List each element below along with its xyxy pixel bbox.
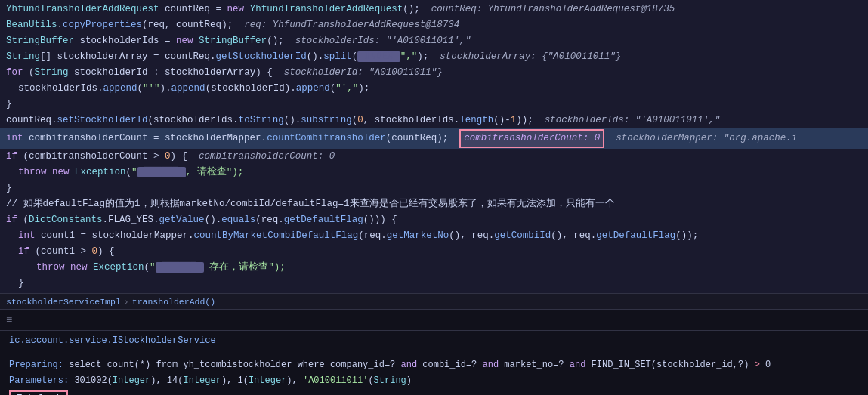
- code-text: if (count1 > 0) {: [18, 245, 115, 259]
- breadcrumb-class: stockholderServiceImpl: [6, 297, 121, 307]
- panel-divider[interactable]: ≡: [0, 310, 868, 331]
- code-text: }: [6, 181, 12, 196]
- code-text: countReq.setStockholderId(stockholderIds…: [6, 113, 720, 128]
- preparing-log: Preparing: select count(*) from yh_tcomb…: [9, 358, 859, 372]
- debug-output-content: ic.account.service.IStockholderService P…: [0, 331, 868, 395]
- code-line-18: }: [0, 276, 868, 292]
- breadcrumb: stockholderServiceImpl › transholderAdd(…: [0, 293, 868, 310]
- code-line-14: if (DictConstants.FLAG_YES.getValue().eq…: [0, 212, 868, 228]
- code-editor: YhfundTransholderAddRequest countReq = n…: [0, 0, 868, 293]
- code-text: YhfundTransholderAddRequest countReq = n…: [6, 2, 675, 17]
- code-text: StringBuffer stockholderIds = new String…: [6, 34, 471, 48]
- code-text: int combitransholderCount = stockholderM…: [6, 129, 797, 148]
- code-text: String[] stockholderArray = countReq.get…: [6, 50, 621, 64]
- total-line: Total: 1: [9, 390, 859, 395]
- code-line-10: if (combitransholderCount > 0) { combitr…: [0, 149, 868, 165]
- code-line-16: if (count1 > 0) {: [0, 244, 868, 260]
- code-text: }: [6, 97, 12, 112]
- code-line-5: for (String stockholderId : stockholderA…: [0, 65, 868, 81]
- code-text: if (DictConstants.FLAG_YES.getValue().eq…: [6, 213, 397, 227]
- code-line-6: stockholderIds.append("'").append(stockh…: [0, 81, 868, 97]
- debug-output-panel: ic.account.service.IStockholderService P…: [0, 331, 868, 395]
- code-text: BeanUtils.copyProperties(req, countReq);…: [6, 18, 459, 32]
- code-line-9: int combitransholderCount = stockholderM…: [0, 128, 868, 149]
- code-line-17: throw new Exception(" ██████ 存在，请检查");: [0, 260, 868, 276]
- parameters-log: Parameters: 301002(Integer), 14(Integer)…: [9, 374, 859, 387]
- code-text: stockholderIds.append("'").append(stockh…: [18, 82, 369, 96]
- code-line-11: throw new Exception(" ██████ , 请检查");: [0, 165, 868, 181]
- code-line-15: int count1 = stockholderMapper.countByMa…: [0, 228, 868, 244]
- code-line-8: countReq.setStockholderId(stockholderIds…: [0, 113, 868, 128]
- code-line-4: String[] stockholderArray = countReq.get…: [0, 49, 868, 65]
- code-text: }: [18, 276, 24, 291]
- service-label: ic.account.service.IStockholderService: [9, 335, 859, 346]
- code-line-12: }: [0, 181, 868, 196]
- code-text: if (combitransholderCount > 0) { combitr…: [6, 150, 335, 164]
- drag-handle-icon: ≡: [6, 314, 12, 326]
- breadcrumb-separator: ›: [124, 297, 129, 307]
- code-text comment: // 如果defaultFlag的值为1，则根据marketNo/combiId…: [6, 197, 615, 211]
- code-text: for (String stockholderId : stockholderA…: [6, 66, 443, 80]
- code-line-3: StringBuffer stockholderIds = new String…: [0, 33, 868, 49]
- breadcrumb-method: transholderAdd(): [132, 297, 215, 307]
- code-text: throw new Exception(" ██████ 存在，请检查");: [36, 261, 286, 275]
- code-text: int count1 = stockholderMapper.countByMa…: [18, 229, 698, 243]
- code-text: throw new Exception(" ██████ , 请检查");: [18, 165, 243, 180]
- code-line-13: // 如果defaultFlag的值为1，则根据marketNo/combiId…: [0, 196, 868, 212]
- code-line-2: BeanUtils.copyProperties(req, countReq);…: [0, 17, 868, 33]
- total-box: Total: 1: [9, 390, 68, 395]
- code-line-1: YhfundTransholderAddRequest countReq = n…: [0, 2, 868, 17]
- code-line-7: }: [0, 97, 868, 113]
